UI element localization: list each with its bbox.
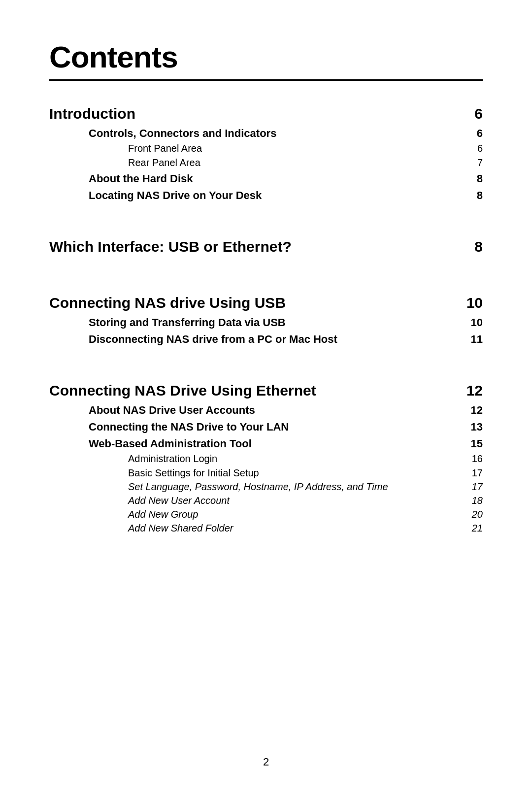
page-title: Contents [49, 39, 483, 74]
toc-entry-text: Rear Panel Area [128, 157, 477, 168]
toc-entry-text: About NAS Drive User Accounts [89, 404, 471, 417]
toc-entry-page: 6 [477, 143, 483, 154]
page: Contents Introduction6Controls, Connecto… [0, 0, 532, 798]
toc-entry: Set Language, Password, Hostname, IP Add… [49, 481, 483, 493]
toc-entry: Administration Login16 [49, 453, 483, 465]
toc-entry-page: 10 [471, 316, 483, 329]
toc-entry: Locating NAS Drive on Your Desk8 [49, 189, 483, 202]
toc-entry-text: Add New User Account [128, 495, 472, 506]
toc-entry-text: Storing and Transferring Data via USB [89, 316, 471, 329]
toc-entry: Add New Shared Folder21 [49, 523, 483, 534]
toc-entry-text: Introduction [49, 105, 474, 122]
toc-entry-text: Disconnecting NAS drive from a PC or Mac… [89, 333, 471, 346]
toc-entry-page: 10 [466, 295, 483, 311]
toc-entry: Connecting NAS Drive Using Ethernet12 [49, 382, 483, 399]
toc-entry: Which Interface: USB or Ethernet?8 [49, 238, 483, 255]
toc-entry-page: 8 [474, 238, 483, 255]
toc-entry-text: Connecting NAS Drive Using Ethernet [49, 382, 466, 399]
toc-entry-page: 8 [477, 172, 483, 185]
title-divider [49, 79, 483, 81]
toc-entry-text: Controls, Connectors and Indicators [89, 127, 477, 140]
toc-entry-page: 6 [474, 105, 483, 122]
toc-entry: Add New User Account18 [49, 495, 483, 506]
toc-entry-text: Which Interface: USB or Ethernet? [49, 238, 474, 255]
toc-entries: Introduction6Controls, Connectors and In… [49, 105, 483, 534]
toc-entry-text: Administration Login [128, 453, 472, 465]
toc-entry-page: 15 [471, 437, 483, 450]
toc-entry-text: Basic Settings for Initial Setup [128, 467, 472, 479]
toc-entry: Disconnecting NAS drive from a PC or Mac… [49, 333, 483, 346]
toc-entry-text: Add New Shared Folder [128, 523, 472, 534]
toc-entry-page: 21 [472, 523, 483, 534]
page-number-footer: 2 [0, 756, 532, 768]
toc-entry: About the Hard Disk8 [49, 172, 483, 185]
toc-entry: Introduction6 [49, 105, 483, 122]
toc-entry: Add New Group20 [49, 509, 483, 520]
toc-entry-text: Add New Group [128, 509, 472, 520]
toc-entry: Connecting the NAS Drive to Your LAN13 [49, 421, 483, 433]
toc-entry-text: About the Hard Disk [89, 172, 477, 185]
toc-entry: Basic Settings for Initial Setup17 [49, 467, 483, 479]
toc-entry: Web-Based Administration Tool15 [49, 437, 483, 450]
toc-entry-text: Locating NAS Drive on Your Desk [89, 189, 477, 202]
toc-entry-page: 6 [477, 127, 483, 140]
toc-spacer [49, 348, 483, 363]
toc-entry-text: Connecting the NAS Drive to Your LAN [89, 421, 471, 433]
toc-entry-text: Front Panel Area [128, 143, 477, 154]
toc-entry-text: Connecting NAS drive Using USB [49, 295, 466, 311]
toc-entry-text: Web-Based Administration Tool [89, 437, 471, 450]
toc-entry-page: 12 [466, 382, 483, 399]
toc-entry: Storing and Transferring Data via USB10 [49, 316, 483, 329]
toc-spacer [49, 260, 483, 275]
toc-entry-page: 17 [472, 467, 483, 479]
toc-entry-page: 20 [472, 509, 483, 520]
toc-entry-page: 18 [472, 495, 483, 506]
toc-entry: About NAS Drive User Accounts12 [49, 404, 483, 417]
toc-spacer [49, 204, 483, 219]
toc-entry-page: 12 [471, 404, 483, 417]
toc-entry-page: 13 [471, 421, 483, 433]
toc-entry: Controls, Connectors and Indicators6 [49, 127, 483, 140]
toc-entry-page: 7 [477, 157, 483, 168]
toc-entry-text: Set Language, Password, Hostname, IP Add… [128, 481, 472, 493]
toc-entry: Connecting NAS drive Using USB10 [49, 295, 483, 311]
toc-entry-page: 17 [472, 481, 483, 493]
toc-entry: Rear Panel Area7 [49, 157, 483, 168]
toc-entry: Front Panel Area6 [49, 143, 483, 154]
toc-entry-page: 16 [472, 453, 483, 465]
toc-entry-page: 8 [477, 189, 483, 202]
toc-entry-page: 11 [471, 333, 483, 346]
